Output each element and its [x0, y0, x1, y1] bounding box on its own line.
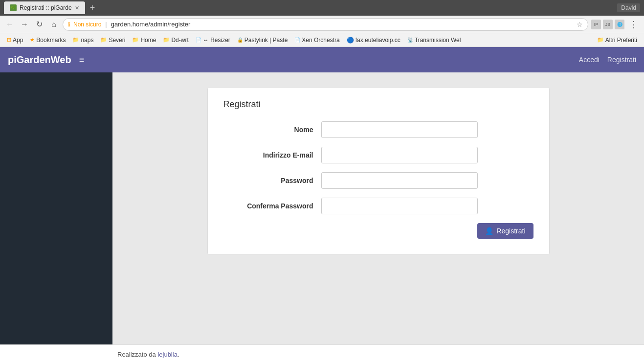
form-group-email: Indirizzo E-mail — [223, 147, 533, 163]
label-nome: Nome — [223, 126, 321, 134]
folder-icon-altri: 📁 — [597, 37, 604, 43]
tab-close-button[interactable]: ✕ — [75, 5, 79, 11]
navbar-toggle-button[interactable]: ≡ — [79, 55, 85, 65]
security-icon: ℹ — [68, 21, 70, 28]
footer-text: Realizzato da — [117, 351, 157, 358]
register-button-label: Registrati — [496, 227, 525, 235]
navbar-registrati-link[interactable]: Registrati — [607, 56, 636, 64]
star-icon: ★ — [30, 37, 35, 43]
input-password[interactable] — [321, 172, 478, 189]
input-confirm-password[interactable] — [321, 198, 478, 214]
bookmark-resizer[interactable]: 📄 ↔ Resizer — [193, 36, 233, 45]
folder-icon-home: 📁 — [132, 37, 139, 43]
bookmark-home-label: Home — [140, 37, 156, 44]
navbar-right: Accedi Registrati — [579, 56, 636, 64]
apps-icon: ⊞ — [7, 37, 11, 43]
bookmark-xen[interactable]: 📄 Xen Orchestra — [291, 36, 342, 45]
security-label: Non sicuro — [73, 21, 101, 28]
browser-user-label: David — [617, 3, 640, 12]
content-area: Registrati Nome Indirizzo E-mail Passwor… — [112, 72, 644, 344]
navbar-accedi-link[interactable]: Accedi — [579, 56, 600, 64]
bookmark-severi[interactable]: 📁 Severi — [97, 36, 128, 45]
bookmark-resizer-label: ↔ Resizer — [203, 37, 230, 44]
bookmark-altri[interactable]: 📁 Altri Preferiti — [594, 36, 640, 45]
form-group-confirm-password: Conferma Password — [223, 198, 533, 214]
navbar-brand[interactable]: piGardenWeb — [8, 54, 71, 66]
footer-suffix: . — [178, 351, 179, 358]
active-tab[interactable]: 🌿 Registrati :: piGarde ✕ — [4, 1, 85, 14]
register-form: Nome Indirizzo E-mail Password Conferma … — [223, 121, 533, 239]
input-email[interactable] — [321, 147, 478, 163]
forward-button[interactable]: → — [19, 19, 30, 30]
bookmark-bookmarks-label: Bookmarks — [36, 37, 66, 44]
extension-icons: IP JB 🌐 — [591, 20, 624, 29]
url-text: garden.home/admin/register — [111, 21, 574, 28]
sidebar — [0, 72, 112, 344]
bookmark-pastylink[interactable]: 🔒 Pastylink | Paste — [234, 36, 291, 45]
link-icon-resizer: 📄 — [196, 37, 201, 43]
new-tab-button[interactable]: + — [88, 3, 97, 13]
bookmarks-bar: ⊞ App ★ Bookmarks 📁 naps 📁 Severi 📁 Home… — [0, 33, 644, 47]
bookmark-home[interactable]: 📁 Home — [129, 36, 159, 45]
form-actions: 👤 Registrati — [223, 223, 533, 239]
app-wrapper: piGardenWeb ≡ Accedi Registrati Registra… — [0, 47, 644, 364]
form-group-password: Password — [223, 172, 533, 189]
folder-icon-naps: 📁 — [72, 37, 79, 43]
bookmark-altri-label: Altri Preferiti — [605, 37, 637, 44]
browser-titlebar: 🌿 Registrati :: piGarde ✕ + David — [0, 0, 644, 16]
address-bar-row: ← → ↻ ⌂ ℹ Non sicuro | garden.home/admin… — [0, 16, 644, 33]
bookmark-ddwrt[interactable]: 📁 Dd-wrt — [160, 36, 191, 45]
link-icon-xen: 📄 — [294, 37, 300, 43]
address-separator: | — [105, 21, 107, 28]
register-title: Registrati — [223, 99, 533, 110]
footer-link[interactable]: lejubila — [157, 351, 177, 358]
link-icon-fax: 🔵 — [347, 37, 354, 44]
ext-jb-icon[interactable]: JB — [603, 20, 613, 29]
bookmark-naps-label: naps — [81, 37, 93, 44]
bookmark-xen-label: Xen Orchestra — [302, 37, 339, 44]
bookmark-pastylink-label: Pastylink | Paste — [244, 37, 288, 44]
home-button[interactable]: ⌂ — [48, 19, 60, 30]
bookmark-apps[interactable]: ⊞ App — [4, 36, 26, 45]
register-button-icon: 👤 — [485, 227, 493, 235]
main-layout: Registrati Nome Indirizzo E-mail Passwor… — [0, 72, 644, 344]
ext-translate-icon[interactable]: 🌐 — [615, 20, 624, 29]
register-card: Registrati Nome Indirizzo E-mail Passwor… — [207, 87, 550, 255]
label-email: Indirizzo E-mail — [223, 151, 321, 159]
folder-icon-ddwrt: 📁 — [163, 37, 170, 43]
ext-ip-icon[interactable]: IP — [591, 20, 601, 29]
tab-label: Registrati :: piGarde — [20, 4, 72, 11]
footer: Realizzato da lejubila. — [0, 344, 644, 364]
input-nome[interactable] — [321, 121, 478, 138]
bookmark-bookmarks[interactable]: ★ Bookmarks — [27, 36, 68, 45]
bookmark-star-icon[interactable]: ☆ — [577, 21, 583, 28]
tab-favicon: 🌿 — [10, 4, 17, 11]
folder-icon-severi: 📁 — [100, 37, 107, 43]
register-submit-button[interactable]: 👤 Registrati — [477, 223, 533, 239]
link-icon-pastylink: 🔒 — [237, 37, 243, 43]
bookmark-fax[interactable]: 🔵 fax.euteliavoip.cc — [344, 36, 403, 45]
form-group-nome: Nome — [223, 121, 533, 138]
link-icon-transmission: 📡 — [407, 37, 413, 43]
bookmark-ddwrt-label: Dd-wrt — [171, 37, 188, 44]
bookmark-severi-label: Severi — [109, 37, 125, 44]
navbar: piGardenWeb ≡ Accedi Registrati — [0, 47, 644, 72]
label-password: Password — [223, 177, 321, 184]
bookmark-transmission-label: Transmission Wel — [415, 37, 461, 44]
address-bar[interactable]: ℹ Non sicuro | garden.home/admin/registe… — [63, 18, 588, 31]
label-confirm-password: Conferma Password — [223, 202, 321, 210]
bookmark-apps-label: App — [13, 37, 23, 44]
reload-button[interactable]: ↻ — [33, 19, 45, 30]
bookmark-transmission[interactable]: 📡 Transmission Wel — [404, 36, 464, 45]
browser-menu-icon[interactable]: ⋮ — [627, 19, 640, 30]
bookmark-fax-label: fax.euteliavoip.cc — [355, 37, 400, 44]
back-button[interactable]: ← — [4, 19, 16, 30]
bookmark-naps[interactable]: 📁 naps — [69, 36, 96, 45]
